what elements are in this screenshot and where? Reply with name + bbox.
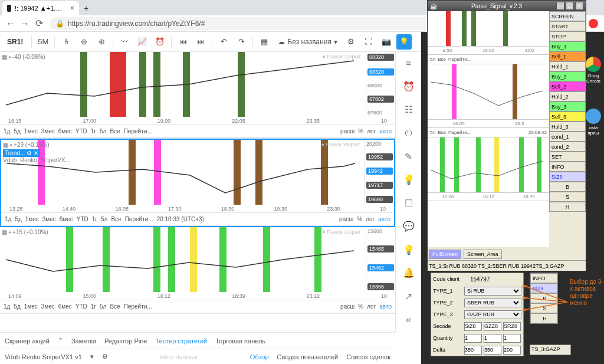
forward-button[interactable]: →: [19, 18, 31, 29]
range-btn[interactable]: Все: [110, 303, 120, 310]
window-titlebar[interactable]: ☕ Parse_Signal_v.2.3 — ☐ ✕: [428, 1, 586, 11]
chrome-shortcut[interactable]: Goog Chrom: [585, 57, 602, 84]
sec3-input[interactable]: [503, 322, 521, 331]
siz8-button[interactable]: SiZ8: [549, 172, 586, 182]
chevron-down-icon[interactable]: ▾: [90, 353, 94, 360]
compare-icon[interactable]: ⊕: [76, 34, 91, 50]
chart-panel-3[interactable]: ▦ ▪ +15 (+0.10%) ● Рынок закрыт 15600 15…: [0, 227, 395, 314]
tab-trading[interactable]: Торговая панель: [215, 337, 265, 345]
gear-icon[interactable]: ⚙: [102, 353, 108, 360]
tab-pine[interactable]: Редактор Pine: [104, 337, 147, 345]
redo-icon[interactable]: ↷: [234, 34, 249, 50]
camera-icon[interactable]: 📷: [379, 34, 394, 50]
tab-strategy[interactable]: Тестер стратегий: [155, 337, 207, 345]
strategy-tab-trades[interactable]: Список сделок: [346, 353, 390, 360]
range-btn[interactable]: 1г: [91, 303, 96, 310]
range-btn[interactable]: 1д: [5, 216, 11, 222]
rewind-icon[interactable]: ⏮: [175, 34, 191, 50]
chart-scale-2[interactable]: 20200 19952 19942 19717 19690: [365, 140, 394, 205]
ext-btn[interactable]: расш: [340, 303, 354, 310]
layout-icon[interactable]: ▦: [257, 34, 272, 50]
alert-icon[interactable]: ⏰: [152, 34, 168, 50]
browser-tab[interactable]: !: 19942 ▲+1.14% — Без наз ×: [2, 1, 79, 15]
range-btn[interactable]: 1мес: [24, 128, 38, 135]
stop-button[interactable]: STOP: [549, 31, 586, 41]
chart-scale-1[interactable]: 68320 68320 68000 67802 67600: [366, 52, 395, 117]
ext-btn[interactable]: расш: [340, 128, 354, 135]
range-btn[interactable]: 1д: [4, 303, 10, 310]
d1-input[interactable]: [464, 346, 482, 355]
mini-chart-3[interactable]: [428, 137, 549, 193]
type2-select[interactable]: SBER RUB: [464, 299, 521, 307]
range-btn[interactable]: 5л: [100, 303, 106, 310]
idea-button[interactable]: 💡: [396, 34, 412, 50]
side-calendar-icon[interactable]: ⏲: [401, 126, 417, 141]
reload-button[interactable]: ⟳: [33, 18, 45, 29]
new-tab-button[interactable]: +: [79, 1, 93, 15]
hold1-button[interactable]: Hold_1: [549, 61, 586, 71]
strategy-tab-overview[interactable]: Обзор: [250, 353, 269, 360]
side-public-icon[interactable]: 💬: [401, 219, 417, 234]
buy3-button[interactable]: Buy_3: [549, 101, 586, 112]
range-btn[interactable]: Все: [111, 216, 121, 222]
side-alerts-icon[interactable]: ⏰: [401, 79, 417, 94]
range-btn[interactable]: 1д: [4, 128, 10, 135]
range-btn[interactable]: 3мес: [42, 216, 56, 222]
play-icon[interactable]: ⏭: [193, 34, 208, 50]
range-btn[interactable]: 5д: [14, 128, 20, 135]
range-btn[interactable]: 5л: [101, 216, 107, 222]
undo-icon[interactable]: ↶: [216, 34, 231, 50]
pct-btn[interactable]: %: [357, 216, 362, 222]
indicator-icon[interactable]: 〰: [117, 34, 132, 50]
hold3-button[interactable]: Hold_3: [549, 122, 586, 132]
q3-input[interactable]: [503, 334, 521, 343]
side-lamp-icon[interactable]: 💡: [401, 242, 417, 258]
strategy-name[interactable]: Vdub Renko SniperVX1 v1: [5, 353, 82, 360]
chart-scale-3[interactable]: 15600 15465 15462 15366: [366, 227, 395, 292]
goto-btn[interactable]: Перейти...: [124, 128, 152, 135]
screen-area-button[interactable]: Screen_Area: [464, 250, 502, 259]
start-button[interactable]: START: [549, 21, 586, 31]
sec2-input[interactable]: [484, 322, 501, 331]
chart-plot-1[interactable]: ▦ ▪ -40 (-0.06%) ● Рынок закрыт: [0, 52, 366, 117]
type1-select[interactable]: Si RUB: [464, 287, 521, 296]
auto-btn[interactable]: авто: [379, 128, 392, 135]
save-menu[interactable]: ☁ Без названия ▾: [274, 38, 341, 46]
tab-screener[interactable]: Скринер акций: [5, 337, 50, 345]
goto-btn[interactable]: Перейти...: [124, 303, 152, 310]
buy2-button[interactable]: Buy_2: [549, 71, 586, 81]
log-btn[interactable]: лог: [366, 216, 375, 222]
sec1-input[interactable]: [464, 322, 482, 331]
chart-panel-2[interactable]: ▦ ▪ +29 (+0.15%) Trend... ⚙ ✕ Vdub_Renko…: [0, 139, 395, 227]
chart-plot-3[interactable]: ▦ ▪ +15 (+0.10%) ● Рынок закрыт: [0, 227, 366, 292]
range-btn[interactable]: YTD: [76, 303, 87, 310]
b2-button[interactable]: B: [530, 293, 557, 303]
mini-chart-1[interactable]: [428, 11, 549, 47]
auto-btn[interactable]: авто: [379, 303, 392, 310]
s-button[interactable]: S: [549, 192, 586, 202]
fullscreen-icon[interactable]: ⛶: [361, 34, 376, 50]
h-button[interactable]: H: [549, 202, 586, 212]
side-share-icon[interactable]: ↗: [401, 289, 417, 304]
side-bell-icon[interactable]: 🔔: [401, 265, 417, 281]
set-button[interactable]: SET: [549, 152, 586, 162]
interval-button[interactable]: 5М: [35, 34, 51, 50]
side-collapse-icon[interactable]: «: [401, 312, 417, 327]
pct-btn[interactable]: %: [358, 128, 363, 135]
side-chat-icon[interactable]: ☐: [401, 195, 417, 211]
d2-input[interactable]: [484, 346, 501, 355]
buy1-button[interactable]: Buy_1: [549, 41, 586, 51]
pct-btn[interactable]: %: [358, 303, 363, 310]
range-btn[interactable]: 6мес: [58, 303, 72, 310]
gear-icon[interactable]: ⚙: [343, 34, 359, 50]
q2-input[interactable]: [484, 334, 501, 343]
side-hotlist-icon[interactable]: ☷: [401, 102, 417, 117]
caret-icon[interactable]: ⌃: [58, 337, 63, 345]
cond1-button[interactable]: cond_1: [549, 132, 586, 142]
mini-chart-2[interactable]: [428, 64, 549, 120]
fullscreen-mode-button[interactable]: FullScreen: [429, 250, 461, 259]
hold2-button[interactable]: Hold_2: [549, 91, 586, 101]
d3-input[interactable]: [503, 346, 521, 355]
minimize-button[interactable]: —: [556, 2, 564, 10]
range-btn[interactable]: Все: [110, 128, 120, 135]
